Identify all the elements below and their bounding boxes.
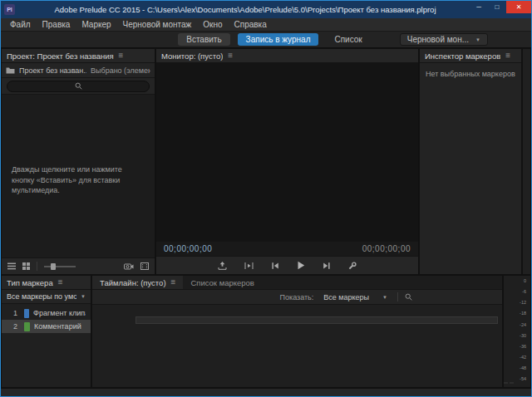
- search-input[interactable]: [7, 81, 150, 92]
- project-content-area: Дважды щелкните или нажмите кнопку «Вста…: [2, 95, 155, 257]
- marker-type-row[interactable]: 2 Комментарий: [2, 320, 91, 333]
- marker-type-index: 1: [13, 309, 20, 317]
- film-strip-icon[interactable]: [140, 262, 149, 270]
- menu-item-help[interactable]: Справка: [229, 20, 273, 29]
- marker-type-index: 2: [13, 322, 20, 331]
- monitor-viewer: [156, 63, 418, 242]
- project-empty-message: Дважды щелкните или нажмите кнопку «Вста…: [12, 164, 143, 196]
- play-in-to-out-icon[interactable]: [244, 262, 254, 270]
- inspector-empty-message: Нет выбранных маркеров: [426, 70, 515, 78]
- app-icon: Pl: [4, 4, 15, 15]
- menu-item-marker[interactable]: Маркер: [76, 20, 116, 29]
- panel-menu-icon[interactable]: ≡: [58, 278, 63, 287]
- bin-breadcrumb[interactable]: Проект без назван...: [19, 66, 86, 75]
- panel-menu-icon[interactable]: ≡: [119, 51, 124, 60]
- menu-item-rough-cut[interactable]: Черновой монтаж: [117, 20, 198, 29]
- folder-icon: [6, 66, 15, 74]
- inspector-tab[interactable]: Инспектор маркеров: [425, 51, 500, 61]
- duration-timecode: 00;00;00;00: [362, 244, 411, 253]
- monitor-panel: Монитор: (пусто) ≡ 00;00;00;00 00;00;00;…: [156, 49, 418, 274]
- marker-type-panel: Тип маркера ≡ Все маркеры по умолчанию ▼…: [2, 276, 91, 387]
- transport-controls: [156, 256, 418, 274]
- marker-type-panel-header: Тип маркера ≡: [2, 276, 91, 290]
- timeline-track-placeholder: [135, 316, 498, 324]
- right-edge-strip: [523, 49, 530, 274]
- panel-menu-icon[interactable]: ≡: [505, 51, 510, 60]
- audio-meter-bar-right: [510, 382, 514, 384]
- timeline-content-area: [92, 305, 502, 387]
- marker-type-row[interactable]: 1 Фрагмент клипа: [2, 306, 91, 320]
- audio-meter-panel: 0 -6 -12 -18 -24 -30 -36 -42 -48 -54: [504, 276, 530, 387]
- audio-meter-bar-left: [504, 382, 508, 384]
- show-filter-label: Показать:: [280, 293, 314, 301]
- toolbar-divider: [397, 292, 398, 301]
- current-timecode[interactable]: 00;00;00;00: [164, 244, 212, 253]
- workspace-rough-cut-dropdown[interactable]: Черновой мон... ▼: [400, 33, 488, 46]
- main-area: Проект: Проект без названия ≡ Проект без…: [1, 48, 531, 388]
- marker-filter-dropdown[interactable]: Все маркеры ▼: [320, 292, 391, 302]
- project-panel-header: Проект: Проект без названия ≡: [2, 49, 155, 63]
- maximize-button[interactable]: □: [488, 1, 506, 13]
- selection-count-label: Выбрано (элементо: [91, 66, 150, 75]
- zoom-slider-thumb[interactable]: [51, 263, 56, 270]
- close-button[interactable]: ✕: [506, 1, 531, 13]
- camera-icon[interactable]: [124, 262, 134, 270]
- play-icon[interactable]: [297, 261, 305, 270]
- search-icon: [75, 82, 82, 91]
- app-window: Pl Adobe Prelude CC 2015 - C:\Users\Alex…: [0, 0, 532, 397]
- marker-color-chip: [24, 322, 30, 331]
- marker-type-label: Фрагмент клипа: [33, 309, 86, 317]
- top-panel-row: Проект: Проект без названия ≡ Проект без…: [2, 49, 530, 274]
- window-controls: ─ □ ✕: [470, 1, 531, 13]
- step-back-icon[interactable]: [271, 262, 279, 270]
- audio-meter-bars: [504, 382, 528, 384]
- inspector-content-area: Нет выбранных маркеров: [420, 63, 521, 274]
- title-bar[interactable]: Pl Adobe Prelude CC 2015 - C:\Users\Alex…: [1, 1, 531, 18]
- panel-menu-icon[interactable]: ≡: [228, 51, 233, 60]
- audio-meter-scale: 0 -6 -12 -18 -24 -30 -36 -42 -48 -54: [504, 279, 528, 382]
- timeline-panel: Таймлайн: (пусто) ≡ Список маркеров Пока…: [92, 276, 502, 387]
- wrench-icon[interactable]: [348, 262, 357, 270]
- workspace-rough-cut-label: Черновой мон...: [407, 35, 469, 44]
- project-panel: Проект: Проект без названия ≡ Проект без…: [2, 49, 155, 274]
- marker-list-tab-label: Список маркеров: [190, 278, 254, 287]
- monitor-tab[interactable]: Монитор: (пусто): [161, 51, 223, 61]
- panel-menu-icon[interactable]: ≡: [171, 278, 176, 287]
- marker-filter-value: Все маркеры: [323, 293, 369, 301]
- zoom-slider[interactable]: [44, 266, 76, 267]
- timecode-row: 00;00;00;00 00;00;00;00: [156, 242, 418, 256]
- search-icon[interactable]: [405, 293, 412, 301]
- workspace-ingest-button[interactable]: Вставить: [178, 33, 229, 46]
- inspector-panel-header: Инспектор маркеров ≡: [420, 49, 521, 63]
- project-bin-row: Проект без назван... Выбрано (элементо: [2, 63, 155, 78]
- tab-timeline[interactable]: Таймлайн: (пусто) ≡: [92, 276, 183, 289]
- minimize-button[interactable]: ─: [470, 1, 488, 13]
- timeline-panel-header: Таймлайн: (пусто) ≡ Список маркеров: [92, 276, 502, 290]
- project-tab[interactable]: Проект: Проект без названия: [7, 51, 114, 61]
- menu-bar: Файл Правка Маркер Черновой монтаж Окно …: [1, 18, 531, 32]
- menu-item-file[interactable]: Файл: [4, 20, 37, 29]
- status-bar: [1, 388, 531, 396]
- workspace-bar: Вставить Запись в журнал Список Черновой…: [1, 32, 531, 48]
- menu-item-edit[interactable]: Правка: [37, 20, 76, 29]
- window-title: Adobe Prelude CC 2015 - C:\Users\Alex\Do…: [26, 5, 465, 14]
- workspace-logging-button[interactable]: Запись в журнал: [238, 33, 319, 46]
- chevron-down-icon: ▼: [382, 295, 387, 300]
- timeline-tab-label: Таймлайн: (пусто): [100, 278, 166, 287]
- export-icon[interactable]: [218, 262, 227, 270]
- toolbar-divider: [37, 262, 37, 271]
- marker-preset-dropdown[interactable]: Все маркеры по умолчанию ▼: [2, 290, 91, 304]
- marker-color-chip: [24, 309, 30, 318]
- menu-item-window[interactable]: Окно: [197, 20, 228, 29]
- workspace-list-button[interactable]: Список: [326, 33, 370, 46]
- marker-preset-label: Все маркеры по умолчанию: [7, 292, 76, 301]
- timeline-toolbar: Показать: Все маркеры ▼: [92, 290, 502, 305]
- marker-type-tab[interactable]: Тип маркера: [7, 278, 53, 287]
- tab-marker-list[interactable]: Список маркеров: [183, 276, 262, 289]
- list-view-icon[interactable]: [7, 262, 16, 270]
- bottom-panel-row: Тип маркера ≡ Все маркеры по умолчанию ▼…: [2, 276, 530, 387]
- thumbnail-view-icon[interactable]: [22, 262, 30, 270]
- chevron-down-icon: ▼: [475, 37, 480, 42]
- step-forward-icon[interactable]: [323, 262, 331, 270]
- project-toolbar: [2, 257, 155, 274]
